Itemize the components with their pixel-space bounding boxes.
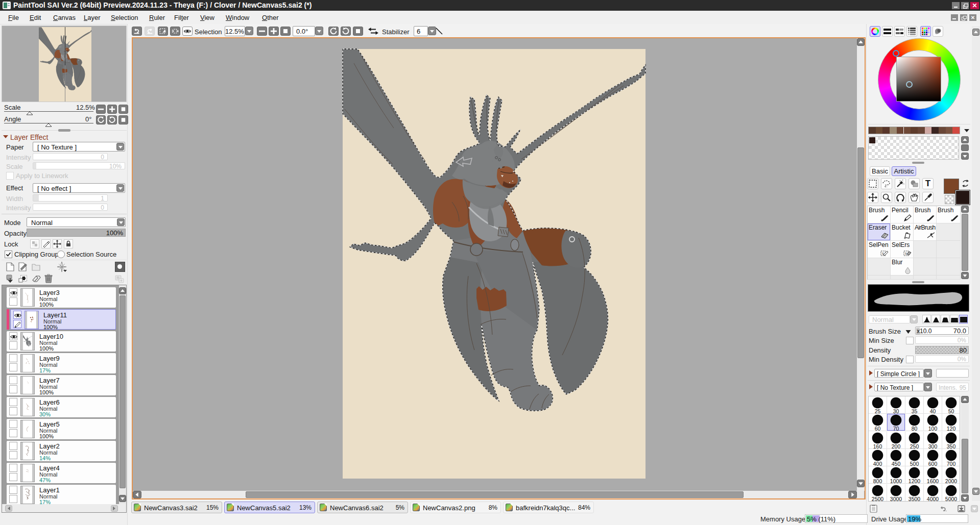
svg-text:S: S — [905, 252, 907, 255]
